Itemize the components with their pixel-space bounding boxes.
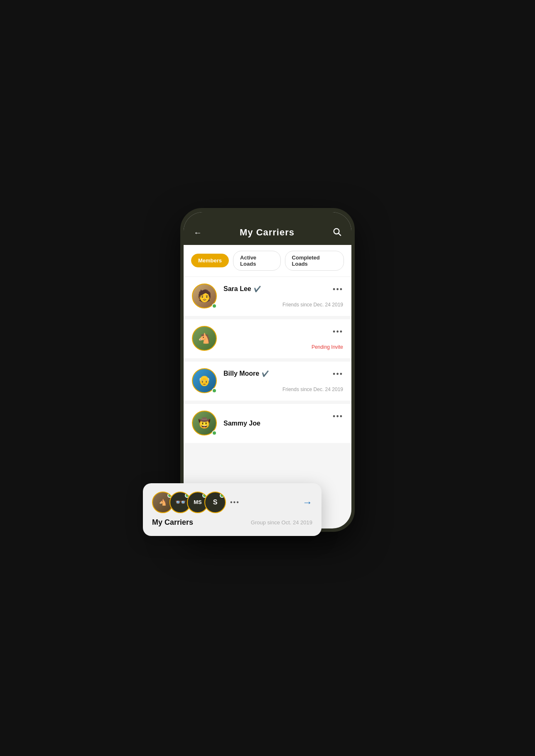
- member-info: hidden Pending Invite: [223, 328, 343, 350]
- online-indicator: [212, 303, 217, 308]
- member-since: Friends since Dec. 24 2019: [223, 387, 343, 392]
- list-item[interactable]: 🤠 Sammy Joe •••: [184, 404, 351, 446]
- member-name: Sammy Joe: [223, 420, 343, 427]
- search-button[interactable]: [332, 227, 341, 238]
- avatar: 🐴: [192, 326, 217, 351]
- verified-icon: ✔️: [262, 370, 269, 377]
- online-indicator: [220, 493, 224, 498]
- svg-line-1: [339, 233, 341, 235]
- group-card: 🐴 👓 MS S ••• → My Carriers Group: [143, 483, 321, 536]
- group-name: My Carriers: [152, 518, 193, 527]
- group-since: Group since Oct. 24 2019: [251, 519, 312, 526]
- member-info: Billy Moore ✔️ Friends since Dec. 24 201…: [223, 370, 343, 392]
- more-options-button[interactable]: •••: [333, 412, 343, 421]
- avatar-wrap: 🤠: [192, 411, 218, 436]
- member-info: Sara Lee ✔️ Friends since Dec. 24 2019: [223, 285, 343, 308]
- pending-invite: Pending Invite: [223, 344, 343, 350]
- card-footer: My Carriers Group since Oct. 24 2019: [152, 518, 312, 527]
- avatar-wrap: 🧑: [192, 284, 218, 309]
- page-title: My Carriers: [240, 227, 294, 238]
- tab-members[interactable]: Members: [191, 254, 229, 267]
- phone-screen: ← My Carriers Members Active Loads Compl…: [184, 212, 351, 528]
- back-button[interactable]: ←: [194, 228, 202, 237]
- list-item[interactable]: 🧑 Sara Lee ✔️ Friends since Dec. 24 2019…: [184, 277, 351, 319]
- member-list: 🧑 Sara Lee ✔️ Friends since Dec. 24 2019…: [184, 277, 351, 446]
- phone-notch: [243, 208, 292, 220]
- avatar-wrap: 👴: [192, 368, 218, 394]
- more-options-button[interactable]: •••: [333, 328, 343, 336]
- avatar-wrap: 🐴: [192, 326, 218, 352]
- more-options-button[interactable]: •••: [333, 285, 343, 294]
- more-options-button[interactable]: •••: [333, 370, 343, 379]
- member-name: Sara Lee ✔️: [223, 285, 343, 293]
- avatar: S: [204, 492, 226, 513]
- tab-bar: Members Active Loads Completed Loads: [184, 245, 351, 277]
- online-indicator: [212, 388, 217, 393]
- tab-completed-loads[interactable]: Completed Loads: [285, 251, 344, 271]
- member-name: Billy Moore ✔️: [223, 370, 343, 377]
- list-item[interactable]: 👴 Billy Moore ✔️ Friends since Dec. 24 2…: [184, 362, 351, 404]
- member-info: Sammy Joe: [223, 420, 343, 427]
- member-since: Friends since Dec. 24 2019: [223, 302, 343, 308]
- more-members-dots: •••: [230, 499, 240, 506]
- online-indicator: [212, 431, 217, 435]
- card-arrow-button[interactable]: →: [302, 497, 312, 508]
- tab-active-loads[interactable]: Active Loads: [233, 251, 280, 271]
- list-item[interactable]: 🐴 hidden Pending Invite •••: [184, 319, 351, 362]
- verified-icon: ✔️: [254, 286, 261, 292]
- group-avatars: 🐴 👓 MS S ••• →: [152, 492, 312, 513]
